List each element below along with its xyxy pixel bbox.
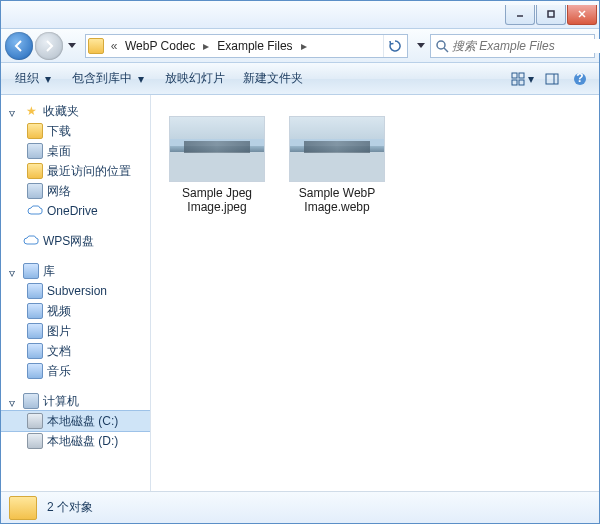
view-options-button[interactable]: ▾: [511, 67, 537, 91]
sidebar-item-music[interactable]: 音乐: [1, 361, 150, 381]
address-dropdown[interactable]: [414, 35, 428, 57]
sidebar-item-network[interactable]: 网络: [1, 181, 150, 201]
close-button[interactable]: [567, 5, 597, 25]
explorer-window: « WebP Codec ▸ Example Files ▸ 组织▾ 包含到库中…: [0, 0, 600, 524]
status-bar: 2 个对象: [1, 491, 599, 523]
library-icon: [27, 283, 43, 299]
wps-group[interactable]: WPS网盘: [1, 231, 150, 251]
music-icon: [27, 363, 43, 379]
sidebar-item-downloads[interactable]: 下载: [1, 121, 150, 141]
sidebar-item-subversion[interactable]: Subversion: [1, 281, 150, 301]
file-list[interactable]: Sample Jpeg Image.jpeg Sample WebP Image…: [151, 95, 599, 491]
file-item[interactable]: Sample Jpeg Image.jpeg: [167, 111, 267, 220]
picture-icon: [27, 323, 43, 339]
window-controls: [504, 5, 597, 25]
svg-point-4: [437, 41, 445, 49]
svg-rect-1: [548, 11, 554, 17]
sidebar-item-drive-c[interactable]: 本地磁盘 (C:): [1, 411, 150, 431]
libraries-group[interactable]: ▿库: [1, 261, 150, 281]
breadcrumb-chevron[interactable]: ▸: [298, 35, 310, 57]
sidebar-item-onedrive[interactable]: OneDrive: [1, 201, 150, 221]
svg-rect-10: [546, 74, 558, 84]
favorites-group[interactable]: ▿★收藏夹: [1, 101, 150, 121]
slideshow-button[interactable]: 放映幻灯片: [157, 66, 233, 91]
svg-rect-9: [519, 80, 524, 85]
svg-rect-8: [512, 80, 517, 85]
breadcrumb-chevron[interactable]: «: [108, 35, 120, 57]
maximize-button[interactable]: [536, 5, 566, 25]
search-input[interactable]: [452, 39, 600, 53]
sidebar-item-pictures[interactable]: 图片: [1, 321, 150, 341]
title-bar: [1, 1, 599, 29]
sidebar-item-drive-d[interactable]: 本地磁盘 (D:): [1, 431, 150, 451]
network-icon: [27, 183, 43, 199]
breadcrumb-chevron[interactable]: ▸: [200, 35, 212, 57]
computer-icon: [23, 393, 39, 409]
search-icon: [435, 39, 449, 53]
thumbnail: [169, 116, 265, 182]
search-box[interactable]: [430, 34, 595, 58]
file-item[interactable]: Sample WebP Image.webp: [287, 111, 387, 220]
back-button[interactable]: [5, 32, 33, 60]
collapse-icon: ▿: [9, 396, 19, 406]
thumbnail: [289, 116, 385, 182]
history-dropdown[interactable]: [65, 35, 79, 57]
document-icon: [27, 343, 43, 359]
address-bar[interactable]: « WebP Codec ▸ Example Files ▸: [85, 34, 408, 58]
computer-group[interactable]: ▿计算机: [1, 391, 150, 411]
folder-icon: [88, 38, 104, 54]
collapse-icon: ▿: [9, 106, 19, 116]
new-folder-button[interactable]: 新建文件夹: [235, 66, 311, 91]
cloud-icon: [23, 233, 39, 249]
navigation-pane[interactable]: ▿★收藏夹 下载 桌面 最近访问的位置 网络 OneDrive WPS网盘 ▿库…: [1, 95, 151, 491]
include-in-library-menu[interactable]: 包含到库中▾: [64, 66, 155, 91]
address-bar-row: « WebP Codec ▸ Example Files ▸: [1, 29, 599, 63]
minimize-button[interactable]: [505, 5, 535, 25]
svg-rect-6: [512, 73, 517, 78]
chevron-down-icon: ▾: [525, 73, 537, 85]
file-name: Sample WebP Image.webp: [292, 186, 382, 215]
organize-menu[interactable]: 组织▾: [7, 66, 62, 91]
refresh-button[interactable]: [383, 35, 405, 57]
drive-icon: [27, 413, 43, 429]
sidebar-item-documents[interactable]: 文档: [1, 341, 150, 361]
sidebar-item-recent[interactable]: 最近访问的位置: [1, 161, 150, 181]
chevron-down-icon: ▾: [42, 73, 54, 85]
folder-icon: [9, 496, 37, 520]
video-icon: [27, 303, 43, 319]
chevron-down-icon: ▾: [135, 73, 147, 85]
status-text: 2 个对象: [47, 499, 93, 516]
desktop-icon: [27, 143, 43, 159]
onedrive-icon: [27, 203, 43, 219]
file-name: Sample Jpeg Image.jpeg: [172, 186, 262, 215]
library-icon: [23, 263, 39, 279]
recent-icon: [27, 163, 43, 179]
explorer-body: ▿★收藏夹 下载 桌面 最近访问的位置 网络 OneDrive WPS网盘 ▿库…: [1, 95, 599, 491]
breadcrumb-segment[interactable]: WebP Codec: [120, 35, 200, 57]
command-bar: 组织▾ 包含到库中▾ 放映幻灯片 新建文件夹 ▾ ?: [1, 63, 599, 95]
folder-icon: [27, 123, 43, 139]
svg-line-5: [444, 48, 448, 52]
forward-button: [35, 32, 63, 60]
sidebar-item-videos[interactable]: 视频: [1, 301, 150, 321]
breadcrumb-segment[interactable]: Example Files: [212, 35, 297, 57]
star-icon: ★: [23, 103, 39, 119]
help-button[interactable]: ?: [567, 67, 593, 91]
svg-rect-7: [519, 73, 524, 78]
preview-pane-button[interactable]: [539, 67, 565, 91]
svg-text:?: ?: [576, 72, 583, 85]
sidebar-item-desktop[interactable]: 桌面: [1, 141, 150, 161]
drive-icon: [27, 433, 43, 449]
collapse-icon: ▿: [9, 266, 19, 276]
